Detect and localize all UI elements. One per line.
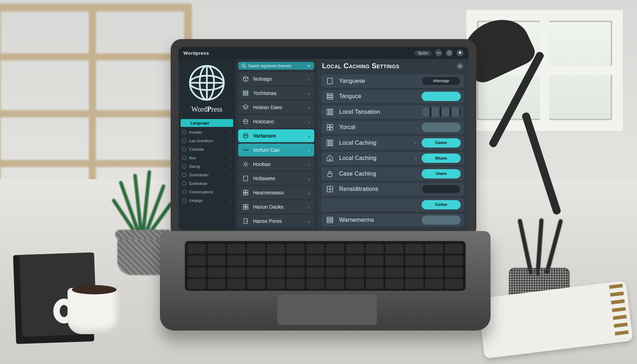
sidebar-item-6[interactable]: Dontralrato ›: [178, 171, 235, 179]
setting-value[interactable]: [422, 107, 461, 117]
setting-value[interactable]: [422, 184, 461, 194]
sidebar-item-7[interactable]: Ganboban ›: [178, 180, 235, 187]
settings-list: Yanguese Informage Tanguce Locel Tansati…: [317, 73, 469, 230]
menu-item-3[interactable]: Holocano ⌄: [238, 115, 314, 128]
sidebar-item-8[interactable]: Comorsations ›: [178, 188, 235, 196]
mask-icon: [242, 118, 250, 125]
setting-row-3: Yorcal: [321, 121, 464, 134]
setting-value[interactable]: [422, 92, 461, 101]
menu-item-label: Hearnenwaso: [253, 190, 284, 196]
menu-item-4[interactable]: Vartanore ⌄: [238, 129, 314, 142]
bell-icon[interactable]: [456, 49, 464, 57]
menu-item-0[interactable]: Notnago ⌄: [238, 73, 314, 85]
menu-item-2[interactable]: Hotean Daes ⌄: [238, 101, 314, 114]
bullet-icon: [182, 164, 186, 168]
help-icon[interactable]: ?: [446, 49, 453, 57]
svg-point-1: [438, 53, 439, 54]
sidebar-item-label: Inveato: [189, 130, 202, 134]
setting-value[interactable]: Unane: [422, 169, 461, 178]
sidebar-item-label: Comorsations: [189, 190, 213, 194]
svg-point-2: [440, 53, 441, 54]
setting-label: Tanguce: [339, 93, 417, 100]
gear-icon[interactable]: [456, 63, 464, 70]
sidebar-nav: Languago › Inveato › Las Granburo › Cant…: [178, 117, 235, 206]
bullet-icon: [182, 198, 186, 203]
chevron-right-icon: ›: [230, 139, 232, 143]
setting-value[interactable]: Informage: [422, 76, 461, 86]
chevron-down-icon: ⌄: [307, 91, 311, 96]
sidebar-item-1[interactable]: Inveato ›: [178, 128, 235, 136]
search-icon: [242, 64, 246, 68]
lock-icon: [325, 169, 335, 179]
sidebar-item-2[interactable]: Las Granburo ›: [178, 137, 235, 145]
brand-logo-zone: WordPress: [178, 59, 235, 117]
setting-label: Yorcal: [339, 124, 417, 130]
setting-label: Local Caching: [339, 155, 410, 161]
laptop-screen: Wordpress Quite ?: [178, 47, 469, 230]
chevron-down-icon: ⌄: [307, 205, 311, 209]
mask-icon: [242, 132, 250, 140]
cube-icon: [242, 75, 250, 83]
sidebar-item-3[interactable]: Cantrale ›: [178, 145, 235, 153]
sidebar-item-4[interactable]: Ibru ›: [178, 154, 235, 162]
chevron-down-icon: ⌄: [307, 119, 311, 124]
chevron-down-icon: ⌄: [307, 191, 311, 195]
sidebar-item-label: Ibru: [189, 156, 196, 160]
gear-icon: [242, 160, 250, 168]
dots-icon[interactable]: [435, 49, 442, 57]
panel-header: Local Caching Settings: [317, 59, 469, 73]
bullet-icon: [182, 181, 186, 186]
bullet-icon: [182, 147, 186, 151]
sidebar-item-5[interactable]: Darog ›: [178, 162, 235, 170]
bullet-icon: [182, 173, 186, 177]
menu-item-label: Hoobao: [253, 161, 271, 167]
setting-row-1: Tanguce: [321, 90, 464, 103]
setting-value[interactable]: [422, 215, 461, 225]
sidebar-item-label: Las Granburo: [189, 139, 213, 143]
sidebar-item-label: Cantrale: [189, 147, 204, 151]
setting-label: Rensiditrations: [339, 186, 417, 192]
stack-icon: [325, 91, 335, 101]
building-icon: [325, 76, 335, 86]
status-badge[interactable]: Quite: [414, 50, 432, 56]
sidebar-item-9[interactable]: Ueqego ›: [178, 197, 235, 204]
sidebar-item-label: Darog: [189, 164, 200, 168]
chevron-down-icon: ⌄: [307, 148, 311, 152]
layers-icon: [242, 103, 250, 111]
setting-row-0: Yanguese Informage: [321, 74, 464, 88]
menu-item-10[interactable]: Hanse Pores ⌄: [238, 215, 314, 228]
setting-label: Warnemerms: [339, 217, 417, 223]
setting-value[interactable]: Cawno: [422, 138, 461, 148]
menu-item-label: Vartanore: [253, 133, 276, 139]
svg-point-0: [437, 53, 438, 54]
separator: -: [415, 155, 417, 161]
menu-item-5[interactable]: Vortum Cao ⌄: [238, 144, 314, 156]
menu-item-label: Yochtanaa: [253, 90, 277, 96]
bullet-icon: [183, 121, 188, 125]
menu-item-8[interactable]: Hearnenwaso ⌄: [238, 186, 314, 199]
search-input[interactable]: Search registered channels: [238, 62, 314, 70]
columns-icon: [325, 107, 335, 117]
setting-value[interactable]: [422, 123, 461, 132]
sidebar-item-0[interactable]: Languago ›: [181, 119, 233, 127]
svg-line-20: [459, 67, 459, 67]
menu-item-6[interactable]: Hoobao ⌄: [238, 158, 314, 171]
topbar: Wordpress Quite ?: [178, 47, 469, 59]
sidebar-item-label: Ganboban: [189, 181, 207, 186]
setting-row-8: Cuntue: [321, 198, 464, 212]
chevron-right-icon: ›: [230, 130, 232, 134]
setting-row-5: Local Caching - Wluom: [321, 152, 464, 165]
chevron-down-icon: ⌄: [307, 134, 311, 138]
svg-line-17: [459, 65, 459, 65]
menu-item-9[interactable]: Hanun Daoke ⌄: [238, 200, 314, 213]
chevron-right-icon: ›: [230, 181, 232, 186]
setting-label: Yanguese: [339, 78, 417, 84]
menu-item-7[interactable]: Holtawete ⌄: [238, 172, 314, 185]
setting-value[interactable]: Wluom: [422, 154, 461, 163]
menu-item-1[interactable]: Yochtanaa ⌄: [238, 87, 314, 100]
menu-item-label: Hanun Daoke: [253, 204, 284, 210]
setting-value[interactable]: Cuntue: [422, 200, 461, 209]
setting-row-6: Case Caching Unane: [321, 167, 464, 181]
house-icon: [325, 153, 335, 163]
grid-icon: [325, 122, 335, 132]
